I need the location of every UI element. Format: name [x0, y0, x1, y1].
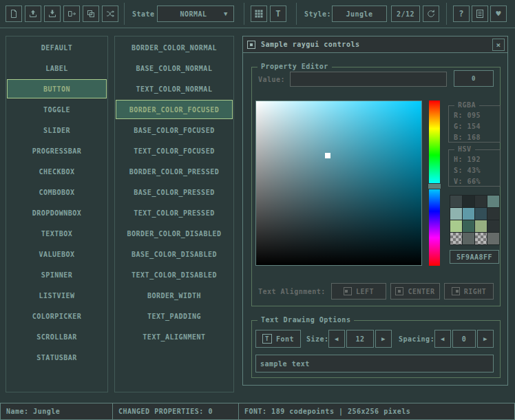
hsv-s-value: S: 43%: [454, 165, 500, 176]
controls-list-item[interactable]: VALUEBOX: [6, 244, 107, 264]
property-editor-title: Property Editor: [258, 63, 332, 70]
properties-list-item[interactable]: TEXT_COLOR_FOCUSED: [115, 140, 233, 161]
properties-list-item[interactable]: BASE_COLOR_PRESSED: [115, 182, 233, 202]
open-style-button[interactable]: [25, 6, 41, 22]
cycle-style-button[interactable]: [423, 6, 439, 22]
help-button[interactable]: ?: [453, 6, 470, 22]
controls-list-item[interactable]: SCROLLBAR: [6, 326, 107, 347]
toolbar-separator: [244, 3, 244, 25]
value-input: [295, 76, 442, 83]
rgba-group: RGBA R: 095 G: 154 B: 168: [448, 105, 501, 143]
color-swatch[interactable]: [475, 208, 487, 220]
about-button[interactable]: [472, 6, 488, 22]
controls-list-item[interactable]: TEXTBOX: [6, 223, 107, 244]
value-count-button[interactable]: 0: [454, 70, 494, 87]
window-icon: [247, 41, 255, 49]
properties-list-item[interactable]: BASE_COLOR_FOCUSED: [115, 120, 233, 140]
color-swatch[interactable]: [463, 233, 474, 244]
spacing-label: Spacing:: [399, 330, 434, 348]
align-right-button[interactable]: RIGHT: [444, 283, 494, 300]
toolbar-divider: [0, 28, 515, 28]
rguistyler-app: { "colors": { "background": "#2b3a3a", "…: [0, 0, 515, 420]
state-label: State: [132, 6, 155, 22]
controls-list-item-selected[interactable]: BUTTON: [7, 79, 107, 98]
properties-list-item[interactable]: TEXT_ALIGNMENT: [115, 326, 233, 347]
properties-list-item[interactable]: BASE_COLOR_NORMAL: [115, 58, 233, 78]
color-swatch[interactable]: [487, 196, 499, 207]
properties-list-item[interactable]: TEXT_COLOR_NORMAL: [115, 78, 233, 99]
export-style-button[interactable]: [63, 6, 80, 22]
color-swatch[interactable]: [463, 208, 474, 220]
color-swatch[interactable]: [487, 233, 499, 244]
color-saturation-value-panel[interactable]: [255, 101, 422, 266]
controls-list-item[interactable]: DROPDOWNBOX: [6, 202, 107, 223]
copy-style-button[interactable]: [83, 6, 99, 22]
controls-list-item[interactable]: COMBOBOX: [6, 182, 107, 202]
controls-list-item[interactable]: PROGRESSBAR: [6, 140, 107, 161]
controls-list-item[interactable]: COLORPICKER: [6, 306, 107, 326]
controls-list-item[interactable]: LABEL: [6, 58, 107, 78]
style-name-button[interactable]: Jungle: [332, 6, 387, 22]
color-swatch[interactable]: [487, 208, 499, 220]
align-left-button[interactable]: LEFT: [331, 283, 386, 300]
font-button[interactable]: T Font: [255, 330, 301, 348]
style-name-value: Jungle: [346, 10, 372, 18]
color-swatch[interactable]: [475, 233, 487, 244]
properties-list-item[interactable]: TEXT_COLOR_PRESSED: [115, 202, 233, 223]
font-atlas-button[interactable]: T: [270, 6, 286, 22]
state-dropdown[interactable]: NORMAL ▼: [157, 6, 234, 22]
properties-list: BORDER_COLOR_NORMAL BASE_COLOR_NORMAL TE…: [114, 36, 234, 392]
properties-list-item[interactable]: BORDER_WIDTH: [115, 285, 233, 306]
spacing-increase-button[interactable]: ▶: [477, 330, 494, 348]
style-color-swatches: [450, 195, 500, 245]
random-style-button[interactable]: [102, 6, 118, 22]
style-shuffle-icon: [105, 9, 115, 19]
properties-list-item[interactable]: BORDER_COLOR_DISABLED: [115, 223, 233, 244]
color-swatch[interactable]: [463, 220, 474, 232]
controls-list-item[interactable]: SPINNER: [6, 264, 107, 285]
style-cycle-icon: [426, 9, 436, 19]
new-style-button[interactable]: [6, 6, 22, 22]
color-swatch[interactable]: [450, 208, 462, 220]
color-picker-cursor: [325, 153, 330, 158]
controls-list-item[interactable]: DEFAULT: [6, 37, 107, 58]
sponsor-button[interactable]: ♥: [490, 6, 507, 22]
color-swatch[interactable]: [475, 220, 487, 232]
color-swatch[interactable]: [463, 196, 474, 207]
style-copy-icon: [86, 9, 96, 19]
style-table-grid-icon: [254, 9, 264, 19]
color-swatch[interactable]: [450, 233, 462, 244]
color-swatch[interactable]: [450, 196, 462, 207]
controls-list-item[interactable]: CHECKBOX: [6, 161, 107, 182]
properties-list-item[interactable]: TEXT_PADDING: [115, 306, 233, 326]
value-input-box[interactable]: [290, 72, 447, 87]
hex-value-box[interactable]: 5F9AA8FF: [450, 250, 499, 264]
align-center-button[interactable]: CENTER: [390, 283, 440, 300]
hue-slider-handle[interactable]: [428, 183, 441, 189]
color-swatch[interactable]: [475, 196, 487, 207]
controls-list-item[interactable]: TOGGLE: [6, 99, 107, 120]
sample-text-box[interactable]: [255, 355, 494, 372]
color-swatch[interactable]: [487, 220, 499, 232]
controls-list-item[interactable]: SLIDER: [6, 120, 107, 140]
toolbar: State NORMAL ▼ T Style: Jungle 2/12 ? ♥: [0, 0, 515, 28]
spacing-decrease-button[interactable]: ◀: [434, 330, 451, 348]
hsv-v-value: V: 66%: [454, 176, 500, 187]
size-decrease-button[interactable]: ◀: [328, 330, 345, 348]
style-table-button[interactable]: [251, 6, 267, 22]
size-increase-button[interactable]: ▶: [375, 330, 392, 348]
properties-list-item[interactable]: BORDER_COLOR_PRESSED: [115, 161, 233, 182]
spacing-value-box[interactable]: 0: [452, 330, 476, 348]
properties-list-item[interactable]: TEXT_COLOR_DISABLED: [115, 264, 233, 285]
text-alignment-label: Text Alignment:: [258, 283, 326, 300]
properties-list-item[interactable]: BASE_COLOR_DISABLED: [115, 244, 233, 264]
properties-list-item-selected[interactable]: BORDER_COLOR_FOCUSED: [116, 100, 233, 119]
color-swatch[interactable]: [450, 220, 462, 232]
controls-list-item[interactable]: STATUSBAR: [6, 347, 107, 368]
properties-list-item[interactable]: BORDER_COLOR_NORMAL: [115, 37, 233, 58]
size-value-box[interactable]: 12: [346, 330, 374, 348]
window-titlebar[interactable]: Sample raygui controls ×: [243, 36, 507, 53]
controls-list-item[interactable]: LISTVIEW: [6, 285, 107, 306]
save-style-button[interactable]: [44, 6, 61, 22]
window-close-button[interactable]: ×: [492, 39, 505, 51]
